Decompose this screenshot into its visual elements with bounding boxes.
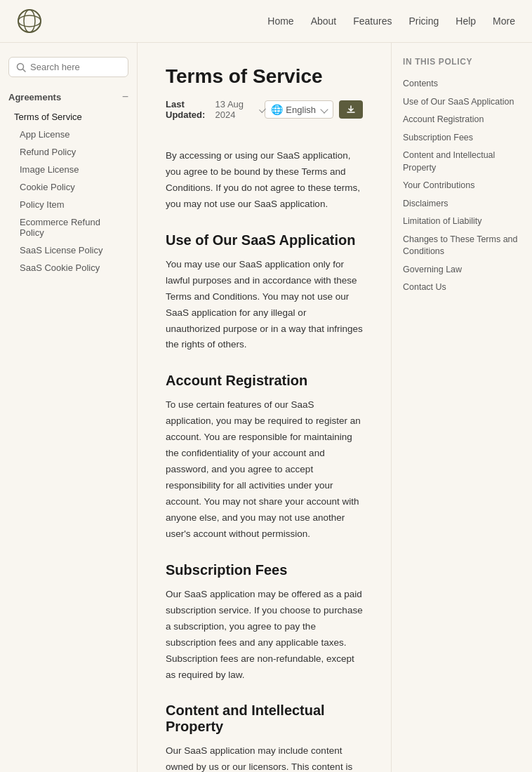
toc-item-contributions[interactable]: Your Contributions	[403, 177, 521, 195]
search-container	[0, 57, 137, 88]
nav-more[interactable]: More	[493, 15, 515, 27]
toc-title: In this Policy	[403, 57, 521, 67]
main-layout: Agreements − Terms of Service App Licens…	[0, 43, 532, 772]
sidebar-items-list: Terms of Service App License Refund Poli…	[8, 108, 128, 277]
search-input[interactable]	[30, 62, 121, 72]
document-title: Terms of Service	[166, 65, 363, 88]
sidebar-item-refund-policy[interactable]: Refund Policy	[8, 143, 128, 161]
sidebar-section-header: Agreements −	[8, 88, 128, 108]
text-subscription-fees: Our SaaS application may be offered as a…	[166, 587, 363, 684]
sidebar-item-saas-cookie-policy[interactable]: SaaS Cookie Policy	[8, 259, 128, 277]
logo[interactable]	[17, 8, 42, 34]
toc-item-content-ip[interactable]: Content and Intellectual Property	[403, 147, 521, 177]
language-label: English	[286, 105, 316, 115]
text-content-ip: Our SaaS application may include content…	[166, 743, 363, 772]
main-content: Terms of Service Last Updated: 13 Aug 20…	[138, 43, 392, 772]
logo-icon	[17, 8, 42, 34]
sidebar: Agreements − Terms of Service App Licens…	[0, 43, 138, 772]
sidebar-item-terms-of-service[interactable]: Terms of Service	[8, 108, 128, 126]
language-selector[interactable]: 🌐 English	[265, 100, 333, 119]
sidebar-item-image-license[interactable]: Image License	[8, 161, 128, 178]
nav-links: Home About Features Pricing Help More	[267, 15, 515, 27]
sidebar-item-cookie-policy[interactable]: Cookie Policy	[8, 178, 128, 196]
last-updated-label: Last Updated:	[166, 99, 210, 120]
toc-item-changes[interactable]: Changes to These Terms and Conditions	[403, 231, 521, 261]
toc-item-governing-law[interactable]: Governing Law	[403, 261, 521, 279]
sidebar-section: Agreements − Terms of Service App Licens…	[0, 88, 137, 277]
toc-item-disclaimers[interactable]: Disclaimers	[403, 195, 521, 213]
sidebar-item-saas-license-policy[interactable]: SaaS License Policy	[8, 241, 128, 259]
text-account-registration: To use certain features of our SaaS appl…	[166, 397, 363, 542]
heading-subscription-fees: Subscription Fees	[166, 562, 363, 578]
text-use-saas: You may use our SaaS application only fo…	[166, 257, 363, 354]
nav-help[interactable]: Help	[455, 15, 476, 27]
svg-line-4	[23, 69, 26, 72]
heading-content-ip: Content and Intellectual Property	[166, 703, 363, 735]
last-updated-date: 13 Aug 2024	[215, 99, 253, 120]
toc-item-limitation[interactable]: Limitation of Liability	[403, 213, 521, 231]
download-button[interactable]	[339, 100, 363, 119]
sidebar-item-policy-item[interactable]: Policy Item	[8, 196, 128, 213]
toc-list: Contents Use of Our SaaS Application Acc…	[403, 75, 521, 297]
doc-meta-right: 🌐 English	[265, 100, 363, 119]
svg-point-0	[18, 10, 41, 32]
toc-item-use-saas[interactable]: Use of Our SaaS Application	[403, 93, 521, 112]
nav-features[interactable]: Features	[353, 15, 392, 27]
svg-point-2	[18, 15, 41, 27]
globe-icon: 🌐	[271, 104, 283, 115]
sidebar-item-app-license[interactable]: App License	[8, 126, 128, 143]
sidebar-collapse-button[interactable]: −	[122, 91, 128, 102]
doc-meta: Last Updated: 13 Aug 2024 🌐 English	[166, 99, 363, 131]
download-icon	[346, 105, 356, 114]
heading-account-registration: Account Registration	[166, 373, 363, 389]
nav-pricing[interactable]: Pricing	[409, 15, 439, 27]
sidebar-item-ecommerce-refund-policy[interactable]: Ecommerce Refund Policy	[8, 213, 128, 241]
lang-chevron-icon	[320, 105, 328, 113]
toc-item-account-reg[interactable]: Account Registration	[403, 111, 521, 129]
nav-home[interactable]: Home	[267, 15, 293, 27]
doc-meta-left: Last Updated: 13 Aug 2024	[166, 99, 265, 120]
intro-text: By accessing or using our SaaS applicati…	[166, 148, 363, 213]
nav-about[interactable]: About	[311, 15, 337, 27]
toc-item-subscription-fees[interactable]: Subscription Fees	[403, 129, 521, 147]
navbar: Home About Features Pricing Help More	[0, 0, 532, 43]
agreements-label: Agreements	[8, 92, 61, 102]
toc-item-contents[interactable]: Contents	[403, 75, 521, 93]
toc-panel: In this Policy Contents Use of Our SaaS …	[392, 43, 532, 772]
search-box[interactable]	[8, 57, 128, 77]
svg-point-1	[24, 10, 35, 32]
heading-use-saas: Use of Our SaaS Application	[166, 232, 363, 248]
search-icon	[16, 62, 26, 72]
toc-item-contact-us[interactable]: Contact Us	[403, 279, 521, 297]
